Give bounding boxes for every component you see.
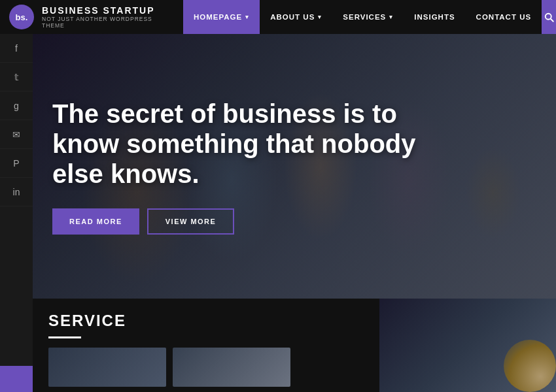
chevron-down-icon: ▾ [389, 14, 393, 20]
services-title: SERVICE [48, 312, 364, 330]
hero-section: The secret of business is to know someth… [33, 34, 556, 299]
google-plus-icon[interactable]: g [0, 91, 33, 120]
chevron-down-icon: ▾ [245, 14, 249, 20]
view-more-button[interactable]: VIEW MORE [147, 208, 235, 235]
services-cards [48, 348, 364, 387]
service-card-2[interactable] [173, 348, 290, 387]
service-card-1[interactable] [48, 348, 166, 387]
services-right-image-detail [504, 340, 556, 392]
linkedin-icon[interactable]: in [0, 178, 33, 206]
search-icon [543, 11, 555, 23]
pinterest-icon[interactable]: P [0, 149, 33, 178]
nav-item-homepage[interactable]: HOMEPAGE ▾ [183, 0, 260, 34]
service-card-image-2 [173, 348, 290, 387]
nav-item-insights[interactable]: INSIGHTS [404, 0, 465, 34]
facebook-icon[interactable]: f [0, 34, 33, 63]
sidebar-social: f 𝕥 g ✉ P in [0, 34, 33, 392]
service-card-image-1 [48, 348, 166, 387]
logo-area: bs. BUSINESS STARTUP NOT JUST ANOTHER WO… [0, 5, 183, 29]
nav-item-services[interactable]: SERVICES ▾ [332, 0, 404, 34]
header: bs. BUSINESS STARTUP NOT JUST ANOTHER WO… [0, 0, 556, 34]
main-nav: HOMEPAGE ▾ ABOUT US ▾ SERVICES ▾ INSIGHT… [183, 0, 542, 34]
hero-content: The secret of business is to know someth… [52, 99, 445, 235]
services-section: SERVICE [33, 299, 556, 392]
nav-item-contact[interactable]: CONTACT US [466, 0, 542, 34]
read-more-button[interactable]: READ MORE [52, 208, 139, 235]
search-button[interactable] [542, 0, 556, 34]
hero-buttons: READ MORE VIEW MORE [52, 208, 445, 235]
logo-icon: bs. [9, 5, 34, 29]
nav-item-about[interactable]: ABOUT US ▾ [260, 0, 332, 34]
services-right-panel [379, 299, 556, 392]
email-icon[interactable]: ✉ [0, 120, 33, 149]
twitter-icon[interactable]: 𝕥 [0, 63, 33, 91]
hero-background: The secret of business is to know someth… [33, 34, 556, 299]
sidebar-accent-box [0, 366, 33, 392]
chevron-down-icon: ▾ [318, 14, 322, 20]
services-left-panel: SERVICE [33, 299, 379, 392]
services-divider [48, 336, 81, 338]
logo-text: BUSINESS STARTUP NOT JUST ANOTHER WORDPR… [42, 5, 174, 29]
hero-title: The secret of business is to know someth… [52, 99, 445, 189]
